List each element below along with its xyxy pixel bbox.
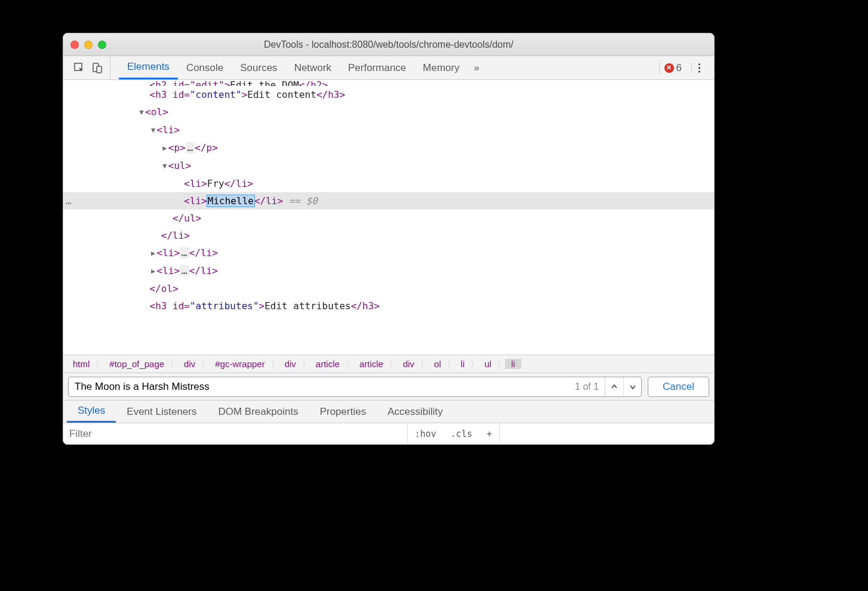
crumb-div[interactable]: div — [397, 359, 420, 369]
dom-node[interactable]: ▼<li> — [63, 121, 714, 139]
search-cancel-button[interactable]: Cancel — [648, 377, 709, 397]
gutter-menu-icon[interactable]: … — [66, 192, 72, 210]
subtab-dom-breakpoints[interactable]: DOM Breakpoints — [207, 401, 309, 423]
search-input-wrap: 1 of 1 — [68, 377, 642, 397]
crumb-article[interactable]: article — [310, 359, 346, 369]
crumb-ul[interactable]: ul — [478, 359, 497, 369]
sidebar-tabs: Styles Event Listeners DOM Breakpoints P… — [63, 400, 714, 423]
crumb-gc-wrapper[interactable]: #gc-wrapper — [209, 359, 270, 369]
close-window-button[interactable] — [70, 41, 79, 49]
tab-console[interactable]: Console — [178, 56, 232, 79]
subtab-accessibility[interactable]: Accessibility — [377, 401, 454, 423]
collapse-icon[interactable]: ▼ — [150, 122, 157, 139]
dom-breadcrumbs: html〉 #top_of_page〉 div〉 #gc-wrapper〉 di… — [63, 355, 714, 373]
tab-sources[interactable]: Sources — [232, 56, 285, 79]
dom-node[interactable]: ▶<p>…</p> — [63, 139, 714, 157]
dom-node[interactable]: ▶<li>…</li> — [63, 244, 714, 262]
crumb-li[interactable]: li — [455, 359, 471, 369]
tab-performance[interactable]: Performance — [340, 56, 414, 79]
expand-icon[interactable]: ▶ — [150, 263, 157, 280]
svg-rect-2 — [97, 66, 101, 73]
dom-node[interactable]: ▶<li>…</li> — [63, 262, 714, 280]
collapse-icon[interactable]: ▼ — [138, 104, 145, 121]
svg-point-3 — [698, 63, 701, 66]
dom-node[interactable]: </li> — [63, 227, 714, 244]
devtools-window: DevTools - localhost:8080/web/tools/chro… — [63, 33, 715, 445]
dom-node[interactable]: </ul> — [63, 210, 714, 227]
error-badge[interactable]: ✕ 6 — [659, 62, 687, 74]
titlebar: DevTools - localhost:8080/web/tools/chro… — [63, 33, 714, 56]
hov-toggle[interactable]: :hov — [408, 423, 444, 444]
crumb-top-of-page[interactable]: #top_of_page — [103, 359, 170, 369]
crumb-html[interactable]: html — [67, 359, 96, 369]
dom-node[interactable]: ▼<ol> — [63, 103, 714, 121]
svg-point-5 — [698, 70, 701, 73]
crumb-div[interactable]: div — [178, 359, 201, 369]
dom-tree-panel[interactable]: <h2 id="edit">Edit the DOM</h2> <h3 id="… — [63, 80, 714, 355]
inspect-element-icon[interactable] — [72, 60, 87, 76]
error-icon: ✕ — [664, 63, 674, 73]
dom-node[interactable]: <h3 id="content">Edit content</h3> — [63, 86, 714, 103]
minimize-window-button[interactable] — [84, 41, 93, 49]
device-toolbar-icon[interactable] — [90, 60, 105, 76]
crumb-li-active[interactable]: li — [505, 359, 521, 369]
crumb-ol[interactable]: ol — [428, 359, 447, 369]
error-count: 6 — [676, 62, 682, 74]
new-style-rule-button[interactable]: + — [479, 423, 499, 444]
dom-node[interactable]: <h2 id="edit">Edit the DOM</h2> — [63, 80, 714, 86]
dom-node[interactable]: ▼<ul> — [63, 157, 714, 175]
collapse-icon[interactable]: ▼ — [161, 158, 168, 175]
styles-filter-input[interactable] — [63, 423, 407, 444]
dom-node-selected[interactable]: … <li>Michelle</li> == $0 — [63, 192, 714, 210]
search-next-button[interactable] — [623, 377, 641, 396]
search-result-count: 1 of 1 — [569, 381, 605, 392]
tab-network[interactable]: Network — [286, 56, 340, 79]
tab-memory[interactable]: Memory — [414, 56, 467, 79]
search-prev-button[interactable] — [605, 377, 623, 396]
expand-icon[interactable]: ▶ — [150, 245, 157, 262]
search-bar: 1 of 1 Cancel — [63, 373, 714, 400]
more-tabs-button[interactable]: » — [468, 62, 485, 74]
search-input[interactable] — [69, 381, 569, 393]
panel-tabs: Elements Console Sources Network Perform… — [110, 56, 485, 79]
dom-node[interactable]: <li>Fry</li> — [63, 175, 714, 192]
expand-icon[interactable]: ▶ — [161, 140, 168, 157]
traffic-lights — [70, 41, 106, 49]
svg-point-4 — [698, 67, 701, 69]
styles-metrics-placeholder — [499, 423, 714, 444]
zoom-window-button[interactable] — [98, 41, 106, 49]
main-toolbar: Elements Console Sources Network Perform… — [63, 56, 714, 80]
dom-node[interactable]: </ol> — [63, 280, 714, 297]
subtab-styles[interactable]: Styles — [67, 401, 116, 423]
crumb-div[interactable]: div — [279, 359, 302, 369]
cls-toggle[interactable]: .cls — [444, 423, 479, 444]
tab-elements[interactable]: Elements — [119, 56, 178, 79]
crumb-article[interactable]: article — [353, 359, 389, 369]
subtab-properties[interactable]: Properties — [309, 401, 377, 423]
styles-toolbar: :hov .cls + — [63, 423, 714, 444]
settings-menu-button[interactable] — [691, 63, 707, 73]
subtab-event-listeners[interactable]: Event Listeners — [116, 401, 207, 423]
dom-node[interactable]: <h3 id="attributes">Edit attributes</h3> — [63, 297, 714, 315]
editing-text-node[interactable]: Michelle — [207, 195, 254, 207]
window-title: DevTools - localhost:8080/web/tools/chro… — [63, 39, 714, 50]
